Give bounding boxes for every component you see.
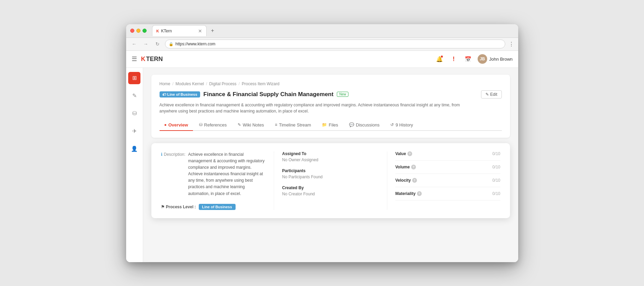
participants-value: No Participants Found xyxy=(282,175,379,179)
back-button[interactable]: ← xyxy=(130,40,138,48)
tab-discussions[interactable]: 💬 Discussions xyxy=(344,120,384,131)
avatar-image: JB xyxy=(478,54,487,64)
references-tab-icon: ⛁ xyxy=(199,122,203,127)
assigned-to-field: Assigned To No Owner Assigned xyxy=(282,151,379,162)
tab-references[interactable]: ⛁ References xyxy=(194,120,231,131)
value-metric: Value ? 0/10 xyxy=(395,151,500,161)
tab-history[interactable]: ↺ 9 History xyxy=(386,120,418,131)
user-avatar[interactable]: JB John Brown xyxy=(478,54,513,64)
browser-tabs: K KTern ✕ + xyxy=(152,25,514,36)
hamburger-menu-icon[interactable]: ☰ xyxy=(132,55,137,63)
breadcrumb-modules[interactable]: Modules Kernel xyxy=(176,81,204,86)
minimize-button[interactable] xyxy=(136,29,140,33)
sidebar-item-send[interactable]: ✈ xyxy=(128,125,140,137)
new-tab-button[interactable]: + xyxy=(208,26,218,35)
page-card: Home / Modules Kernel / Digital Process … xyxy=(151,75,510,138)
close-button[interactable] xyxy=(130,29,134,33)
overview-tab-label: Overview xyxy=(168,122,188,127)
url-text: https://www.ktern.com xyxy=(176,42,215,46)
app-header: ☰ K TERN 🔔 ! 📅 JB John Brown xyxy=(126,51,518,68)
alerts-icon[interactable]: ! xyxy=(449,54,459,64)
calendar-icon[interactable]: 📅 xyxy=(463,54,473,64)
description-label-text: Description: xyxy=(164,152,185,157)
detail-grid: ℹ Description: Achieve excellence in fin… xyxy=(161,151,500,210)
velocity-label: Velocity ? xyxy=(395,178,417,183)
wiki-tab-icon: ✎ xyxy=(238,122,241,127)
browser-addressbar: ← → ↻ 🔒 https://www.ktern.com ⋮ xyxy=(126,38,518,51)
velocity-score: 0/10 xyxy=(492,178,500,183)
velocity-metric: Velocity ? 0/10 xyxy=(395,178,500,187)
files-tab-label: Files xyxy=(329,122,338,127)
browser-menu-icon[interactable]: ⋮ xyxy=(509,41,514,47)
value-help-icon[interactable]: ? xyxy=(407,151,412,156)
page-title: Finance & Financial Supply Chain Managem… xyxy=(204,91,334,98)
new-status-badge: New xyxy=(337,92,348,97)
sidebar-item-edit[interactable]: ✎ xyxy=(128,90,140,102)
edit-label: Edit xyxy=(490,92,497,97)
lob-badge-text: Line of Business xyxy=(167,92,197,96)
process-level-label-text: Process Level : xyxy=(166,205,196,209)
tab-close-icon[interactable]: ✕ xyxy=(198,28,202,34)
velocity-help-icon[interactable]: ? xyxy=(412,178,417,183)
tab-timeline[interactable]: ≡ Timeline Stream xyxy=(270,120,316,131)
created-by-field: Created By No Creator Found xyxy=(282,185,379,196)
volume-label-text: Volume xyxy=(395,165,410,169)
info-icon: ℹ xyxy=(161,152,163,157)
tab-overview[interactable]: ● Overview xyxy=(160,120,193,131)
logo-text: TERN xyxy=(146,56,163,63)
participants-label: Participants xyxy=(282,168,379,173)
sidebar-item-grid[interactable]: ⊞ xyxy=(128,72,140,84)
assigned-to-value: No Owner Assigned xyxy=(282,157,379,162)
notification-dot xyxy=(440,55,443,58)
tab-title: KTern xyxy=(161,29,196,33)
materiality-help-icon[interactable]: ? xyxy=(417,191,422,196)
tab-wiki-notes[interactable]: ✎ Wiki Notes xyxy=(233,120,269,131)
discussions-tab-icon: 💬 xyxy=(349,122,354,127)
process-level-badge: Line of Business xyxy=(199,204,236,210)
references-tab-label: References xyxy=(204,122,227,127)
description-label: ℹ Description: xyxy=(161,151,185,197)
sidebar-item-user[interactable]: 👤 xyxy=(128,143,140,155)
detail-right-column: Value ? 0/10 Volume ? 0/10 xyxy=(387,151,500,210)
forward-button[interactable]: → xyxy=(142,40,150,48)
tab-files[interactable]: 📁 Files xyxy=(317,120,343,131)
page-title-row: 🏷 Line of Business Finance & Financial S… xyxy=(160,90,502,99)
sidebar-item-database[interactable]: ⛁ xyxy=(128,107,140,120)
edit-icon: ✎ xyxy=(132,92,137,99)
breadcrumb-sep-1: / xyxy=(173,81,174,86)
volume-help-icon[interactable]: ? xyxy=(411,165,416,169)
edit-icon: ✎ xyxy=(485,92,489,97)
avatar-initials: JB xyxy=(480,57,485,61)
assigned-to-label: Assigned To xyxy=(282,151,379,156)
value-label-text: Value xyxy=(395,151,406,156)
address-bar[interactable]: 🔒 https://www.ktern.com xyxy=(165,40,505,48)
user-name-label: John Brown xyxy=(489,57,513,62)
breadcrumb-home[interactable]: Home xyxy=(160,81,170,86)
refresh-button[interactable]: ↻ xyxy=(153,40,162,48)
participants-field: Participants No Participants Found xyxy=(282,168,379,179)
database-icon: ⛁ xyxy=(132,110,137,117)
breadcrumb-digital[interactable]: Digital Process xyxy=(209,81,237,86)
timeline-tab-icon: ≡ xyxy=(275,122,277,127)
tabs-bar: ● Overview ⛁ References ✎ Wiki Notes ≡ xyxy=(160,120,502,131)
browser-window: K KTern ✕ + ← → ↻ 🔒 https://www.ktern.co… xyxy=(126,24,518,262)
timeline-tab-label: Timeline Stream xyxy=(279,122,311,127)
maximize-button[interactable] xyxy=(143,29,147,33)
detail-panel: ℹ Description: Achieve excellence in fin… xyxy=(151,143,510,218)
grid-icon: ⊞ xyxy=(132,75,137,81)
velocity-label-text: Velocity xyxy=(395,178,411,183)
description-section: ℹ Description: Achieve excellence in fin… xyxy=(161,151,266,197)
value-score: 0/10 xyxy=(492,151,500,156)
edit-button[interactable]: ✎ Edit xyxy=(481,90,502,99)
content-area: Home / Modules Kernel / Digital Process … xyxy=(143,68,518,262)
breadcrumb-wizard[interactable]: Process Item Wizard xyxy=(242,81,280,86)
active-tab[interactable]: K KTern ✕ xyxy=(152,25,207,36)
history-tab-label: 9 History xyxy=(395,122,413,127)
lob-badge-icon: 🏷 xyxy=(162,92,166,96)
materiality-label-text: Materiality xyxy=(395,191,416,196)
notifications-icon[interactable]: 🔔 xyxy=(435,54,444,64)
created-by-label: Created By xyxy=(282,185,379,190)
process-level-label: ⚑ Process Level : xyxy=(161,205,196,209)
lock-icon: 🔒 xyxy=(169,42,174,46)
breadcrumb-sep-2: / xyxy=(206,81,207,86)
